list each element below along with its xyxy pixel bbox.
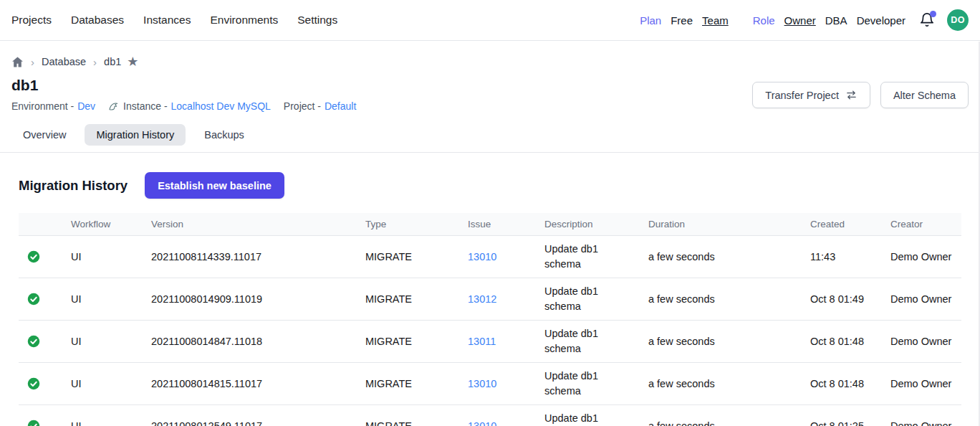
column-header: Workflow bbox=[62, 213, 143, 236]
description-cell: Update db1 schema bbox=[536, 236, 640, 278]
description-cell: Update db1 schema bbox=[536, 278, 640, 321]
alter-schema-button[interactable]: Alter Schema bbox=[880, 82, 969, 108]
topnav-link[interactable]: Environments bbox=[210, 14, 278, 27]
table-row[interactable]: UI 20211008012549.11017 MIGRATE 13010 Up… bbox=[19, 405, 961, 426]
section-title: Migration History bbox=[19, 178, 128, 194]
project-link[interactable]: Default bbox=[325, 100, 356, 112]
transfer-project-button[interactable]: Transfer Project bbox=[752, 82, 870, 108]
type-cell: MIGRATE bbox=[357, 236, 459, 278]
header-actions: Transfer Project Alter Schema bbox=[752, 82, 969, 108]
version-cell: 20211008114339.11017 bbox=[143, 236, 357, 278]
tab-migration-history[interactable]: Migration History bbox=[85, 124, 186, 146]
workflow-cell: UI bbox=[62, 278, 143, 321]
page-header: db1 Environment - Dev Instance - Localho… bbox=[11, 68, 356, 112]
table-row[interactable]: UI 20211008014909.11019 MIGRATE 13012 Up… bbox=[19, 278, 961, 321]
version-cell: 20211008014847.11018 bbox=[143, 321, 357, 363]
description-cell: Update db1 schema bbox=[536, 405, 640, 426]
duration-cell: a few seconds bbox=[640, 278, 802, 321]
mysql-engine-icon bbox=[108, 100, 120, 112]
created-cell: Oct 8 01:48 bbox=[802, 321, 882, 363]
column-header: Description bbox=[536, 213, 640, 236]
chevron-right-icon: › bbox=[31, 56, 34, 68]
migration-history-table: Workflow Version Type Issue Description … bbox=[19, 213, 961, 426]
breadcrumb-current: db1 bbox=[104, 56, 121, 67]
type-cell: MIGRATE bbox=[357, 321, 459, 363]
environment-link[interactable]: Dev bbox=[77, 100, 95, 112]
version-cell: 20211008012549.11017 bbox=[143, 405, 357, 426]
duration-cell: a few seconds bbox=[640, 236, 802, 278]
role-owner-link[interactable]: Owner bbox=[784, 14, 816, 27]
tab-overview[interactable]: Overview bbox=[11, 124, 77, 146]
topnav-link[interactable]: Databases bbox=[71, 14, 124, 27]
creator-cell: Demo Owner bbox=[882, 278, 961, 321]
workflow-cell: UI bbox=[62, 405, 143, 426]
database-meta: Environment - Dev Instance - Localhost D… bbox=[11, 100, 356, 112]
environment-label: Environment - bbox=[11, 100, 74, 112]
chevron-right-icon: › bbox=[93, 56, 97, 68]
version-cell: 20211008014909.11019 bbox=[143, 278, 357, 321]
issue-link[interactable]: 13010 bbox=[468, 420, 496, 426]
version-cell: 20211008014815.11017 bbox=[143, 363, 357, 405]
success-check-icon bbox=[27, 377, 54, 390]
transfer-project-label: Transfer Project bbox=[765, 90, 839, 101]
plan-label: Plan bbox=[640, 14, 661, 27]
topnav-link[interactable]: Instances bbox=[143, 14, 191, 27]
establish-baseline-button[interactable]: Establish new baseline bbox=[145, 172, 284, 199]
success-check-icon bbox=[27, 335, 54, 348]
avatar[interactable]: DO bbox=[947, 9, 969, 31]
success-check-icon bbox=[27, 250, 54, 263]
type-cell: MIGRATE bbox=[357, 363, 459, 405]
issue-link[interactable]: 13010 bbox=[468, 251, 496, 262]
notification-bell-icon[interactable] bbox=[919, 12, 935, 28]
column-header: Issue bbox=[459, 213, 536, 236]
top-navigation-bar: Projects Databases Instances Environment… bbox=[0, 0, 980, 41]
success-check-icon bbox=[27, 293, 54, 306]
workflow-cell: UI bbox=[62, 321, 143, 363]
transfer-arrows-icon bbox=[845, 89, 858, 101]
issue-link[interactable]: 13012 bbox=[468, 293, 496, 305]
table-row[interactable]: UI 20211008014815.11017 MIGRATE 13010 Up… bbox=[19, 363, 961, 405]
page-title: db1 bbox=[11, 77, 356, 94]
plan-upgrade-link[interactable]: Team bbox=[702, 14, 729, 27]
project-label: Project - bbox=[284, 100, 321, 112]
creator-cell: Demo Owner bbox=[882, 321, 961, 363]
issue-link[interactable]: 13011 bbox=[468, 336, 496, 347]
main-nav: Projects Databases Instances Environment… bbox=[11, 14, 337, 27]
workflow-cell: UI bbox=[62, 363, 143, 405]
created-cell: Oct 8 01:25 bbox=[802, 405, 882, 426]
table-row[interactable]: UI 20211008014847.11018 MIGRATE 13011 Up… bbox=[19, 321, 961, 363]
breadcrumb-database[interactable]: Database bbox=[42, 56, 86, 67]
column-header: Type bbox=[357, 213, 459, 236]
account-nav: Plan Free Team Role Owner DBA Developer … bbox=[640, 9, 969, 31]
role-label: Role bbox=[753, 14, 775, 27]
column-header: Created bbox=[802, 213, 882, 236]
topnav-link[interactable]: Settings bbox=[297, 14, 337, 27]
role-developer-link[interactable]: Developer bbox=[857, 14, 905, 27]
success-check-icon bbox=[27, 420, 54, 426]
duration-cell: a few seconds bbox=[640, 405, 802, 426]
instance-link[interactable]: Localhost Dev MySQL bbox=[171, 100, 271, 112]
tab-backups[interactable]: Backups bbox=[193, 124, 256, 146]
description-cell: Update db1 schema bbox=[536, 363, 640, 405]
created-cell: Oct 8 01:49 bbox=[802, 278, 882, 321]
database-tabs: Overview Migration History Backups bbox=[11, 124, 969, 152]
instance-label: Instance - bbox=[123, 100, 167, 112]
created-cell: 11:43 bbox=[802, 236, 882, 278]
role-dba-link[interactable]: DBA bbox=[825, 14, 847, 27]
creator-cell: Demo Owner bbox=[882, 363, 961, 405]
workflow-cell: UI bbox=[62, 236, 143, 278]
tabs-divider bbox=[0, 152, 980, 153]
type-cell: MIGRATE bbox=[357, 405, 459, 426]
home-icon[interactable] bbox=[11, 56, 24, 68]
column-header bbox=[19, 213, 62, 236]
breadcrumb: › Database › db1 ★ bbox=[11, 41, 969, 68]
topnav-link[interactable]: Projects bbox=[11, 14, 52, 27]
table-row[interactable]: UI 20211008114339.11017 MIGRATE 13010 Up… bbox=[19, 236, 961, 278]
table-header-row: Workflow Version Type Issue Description … bbox=[19, 213, 961, 236]
type-cell: MIGRATE bbox=[357, 278, 459, 321]
favorite-star-icon[interactable]: ★ bbox=[127, 55, 138, 68]
column-header: Creator bbox=[882, 213, 961, 236]
created-cell: Oct 8 01:48 bbox=[802, 363, 882, 405]
issue-link[interactable]: 13010 bbox=[468, 378, 496, 389]
plan-current: Free bbox=[671, 14, 693, 27]
